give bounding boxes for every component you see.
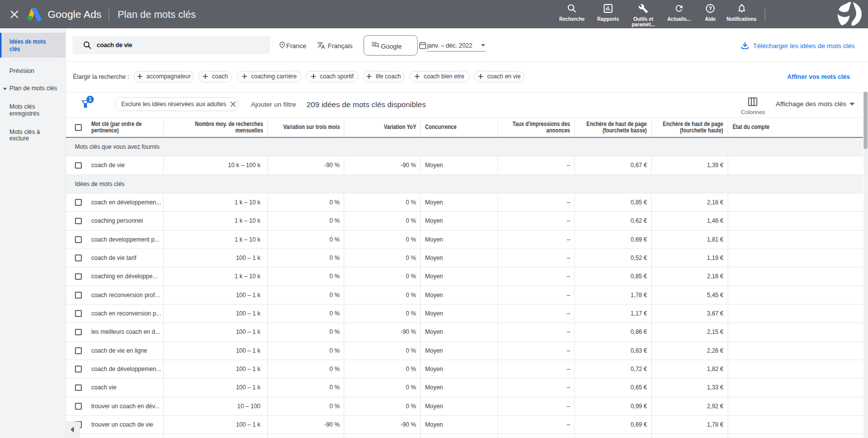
- svg-text:1: 1: [89, 96, 92, 102]
- svg-text:?: ?: [708, 5, 712, 11]
